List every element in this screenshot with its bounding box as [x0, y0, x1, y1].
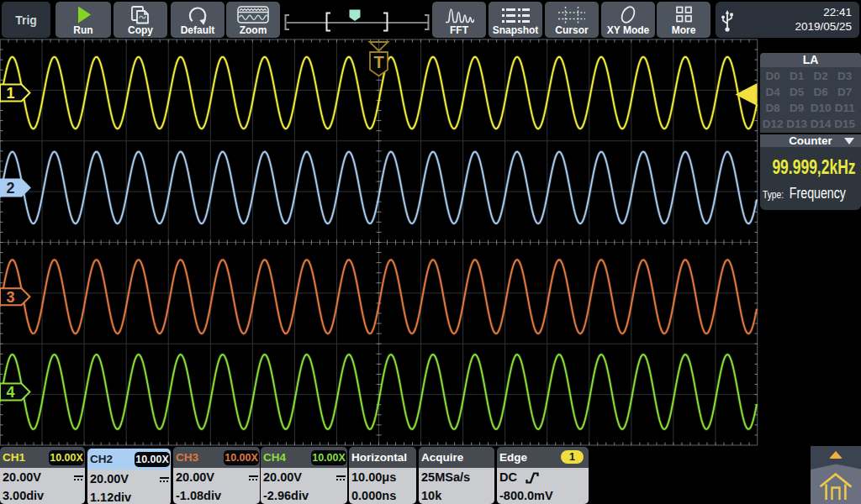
timebase-position-indicator[interactable]: [283, 2, 430, 38]
dc-coupling-icon: [74, 475, 83, 481]
digital-channel-label: D5: [790, 86, 804, 98]
trigger-position-label: T: [373, 53, 383, 71]
channel-block-header: CH410.00X: [261, 447, 347, 468]
bottom-status-bar: CH110.00X20.00V3.00divCH210.00X20.00V1.1…: [0, 446, 861, 504]
fft-button-label: FFT: [450, 24, 468, 36]
digital-channel-label: D0: [766, 70, 780, 82]
channel-block-ch1[interactable]: CH110.00X20.00V3.00div: [0, 447, 85, 504]
more-button-label: More: [672, 24, 696, 36]
usb-icon: [720, 9, 735, 33]
snapshot-button-label: Snapshot: [493, 24, 539, 36]
counter-type-line: Type: Frequency: [763, 185, 846, 202]
channel-marker-label-1: 1: [6, 85, 14, 102]
digital-channel-label: D13: [786, 118, 807, 130]
status-clock-block[interactable]: 22:41 2019/05/25: [716, 2, 859, 38]
default-button[interactable]: Default: [171, 2, 224, 38]
trigger-block[interactable]: Edge 1 DC -800.0mV: [497, 447, 589, 504]
acquire-block[interactable]: Acquire 25MSa/s 10k: [419, 447, 494, 504]
more-button[interactable]: More: [657, 2, 710, 38]
right-panel: LA D0D1D2D3D4D5D6D7D8D9D10D11D12D13D14D1…: [760, 39, 861, 447]
trig-button-label: Trig: [15, 13, 37, 27]
channel-name: CH2: [90, 453, 113, 465]
channel-name: CH3: [176, 451, 198, 464]
channel-scale: 20.00V: [3, 470, 41, 484]
waveform-display[interactable]: 1234T: [0, 39, 760, 447]
probe-attenuation-badge: 10.00X: [224, 450, 259, 465]
zoom-button-label: Zoom: [240, 24, 267, 36]
channel-scale: 20.00V: [176, 470, 214, 484]
trigger-position-thumb[interactable]: [350, 10, 361, 22]
acquire-block-header: Acquire: [419, 447, 494, 468]
home-icon[interactable]: [819, 471, 853, 501]
channel-marker-label-2: 2: [6, 180, 14, 197]
more-grid-icon: [672, 4, 695, 26]
trigger-title: Edge: [499, 451, 527, 464]
cursor-button[interactable]: Cursor: [545, 2, 599, 38]
dc-coupling-icon: [336, 475, 346, 481]
trigger-block-header: Edge 1: [497, 447, 589, 468]
probe-attenuation-badge: 10.00X: [49, 450, 84, 465]
clock-time: 22:41: [795, 6, 852, 20]
channel-offset: 3.00div: [3, 489, 44, 502]
channel-block-header: CH310.00X: [173, 447, 260, 468]
channel-block-ch3[interactable]: CH310.00X20.00V-1.08div: [173, 447, 260, 504]
channel-block-body: 20.00V-1.08div: [173, 468, 260, 504]
chevron-down-icon: [844, 138, 854, 144]
horizontal-title: Horizontal: [351, 451, 407, 464]
trig-button[interactable]: Trig: [2, 2, 50, 38]
fft-spectrum-icon: [444, 4, 474, 26]
run-button-label: Run: [73, 24, 92, 36]
zoom-button[interactable]: Zoom: [226, 2, 280, 38]
horizontal-block-header: Horizontal: [349, 447, 416, 468]
zoom-wave-icon: [236, 4, 270, 26]
fft-button[interactable]: FFT: [432, 2, 486, 38]
run-play-icon: [71, 4, 95, 26]
counter-panel-header[interactable]: Counter: [760, 134, 861, 147]
copy-button-label: Copy: [128, 24, 153, 36]
digital-channel-label: D4: [766, 86, 780, 98]
channel-name: CH4: [263, 451, 286, 464]
clock-date: 2019/05/25: [795, 20, 852, 34]
channel-scale: 20.00V: [263, 470, 302, 484]
acquire-sample-rate: 25MSa/s: [421, 470, 470, 484]
channel-block-ch2[interactable]: CH210.00X20.00V1.12div: [86, 447, 172, 504]
digital-channel-label: D11: [835, 102, 855, 114]
snapshot-button[interactable]: Snapshot: [489, 2, 542, 38]
xy-mode-button-label: XY Mode: [607, 24, 649, 36]
channel-block-body: 20.00V3.00div: [0, 468, 85, 504]
channel-name: CH1: [3, 451, 25, 464]
cursor-button-label: Cursor: [555, 24, 588, 36]
waveform-ch2-glow: [0, 152, 757, 224]
horizontal-block[interactable]: Horizontal 10.00μs 0.000ns: [349, 447, 416, 504]
clock-text: 22:41 2019/05/25: [795, 6, 852, 34]
chevron-up-icon[interactable]: [829, 451, 843, 459]
nav-widget: [811, 446, 861, 504]
channel-block-body: 20.00V1.12div: [87, 470, 171, 504]
oscilloscope-screen: Trig Run Copy Default: [0, 0, 861, 504]
horizontal-scale: 10.00μs: [351, 470, 396, 484]
la-digital-channel-grid[interactable]: D0D1D2D3D4D5D6D7D8D9D10D11D12D13D14D15: [760, 67, 861, 133]
acquire-block-body: 25MSa/s 10k: [419, 468, 494, 504]
xy-mode-button[interactable]: XY Mode: [601, 2, 655, 38]
channel-block-header: CH110.00X: [0, 447, 85, 468]
counter-value: 99.999,2kHz: [772, 156, 848, 179]
digital-channel-label: D8: [766, 102, 780, 114]
copy-button[interactable]: Copy: [114, 2, 167, 38]
run-button[interactable]: Run: [55, 2, 111, 38]
la-panel-header[interactable]: LA: [760, 53, 861, 67]
counter-type-value: Frequency: [790, 185, 846, 202]
channel-offset: -1.08div: [176, 489, 221, 502]
acquire-mem-depth: 10k: [421, 489, 441, 502]
xy-ellipse-icon: [616, 4, 640, 26]
copy-pages-icon: [128, 4, 153, 26]
waveform-ch4-glow: [0, 354, 757, 429]
trigger-coupling: DC: [499, 470, 517, 484]
channel-block-header: CH210.00X: [87, 449, 171, 470]
digital-channel-label: D7: [837, 86, 852, 98]
horizontal-delay: 0.000ns: [351, 489, 396, 502]
counter-type-label: Type:: [763, 188, 784, 201]
channel-block-ch4[interactable]: CH410.00X20.00V-2.96div: [261, 447, 347, 504]
digital-channel-label: D15: [834, 118, 855, 130]
default-reset-icon: [186, 4, 209, 26]
probe-attenuation-badge: 10.00X: [311, 450, 346, 465]
